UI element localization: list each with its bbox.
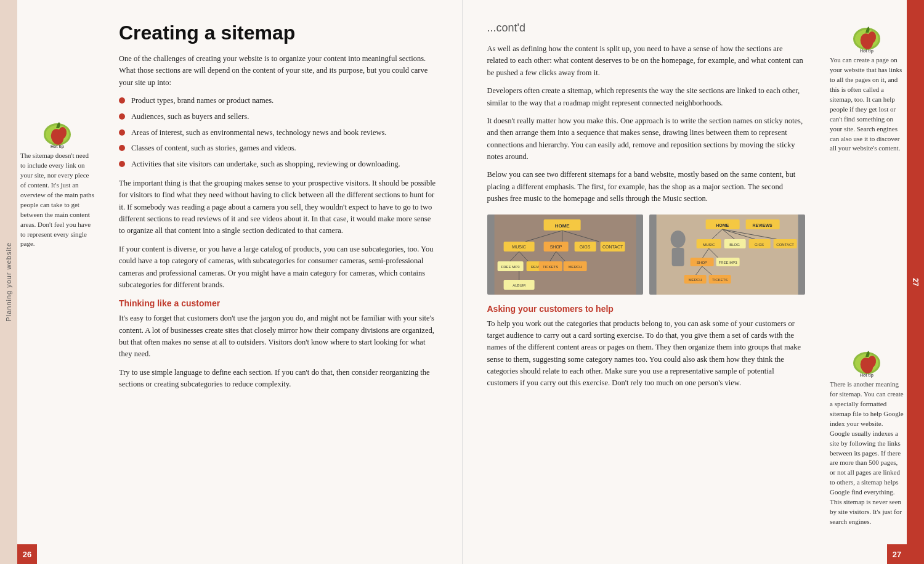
chili-icon-right-bottom: Hot tip [847,340,887,380]
page-number-right: 27 [887,544,907,564]
sitemap-svg-1: HOME MUSIC SHOP GIGS CONTACT [487,215,643,295]
svg-text:GIGS: GIGS [755,243,764,247]
spine-label: Planning your website [5,242,12,322]
right-para-1: As well as defining how the content is s… [487,43,806,79]
bullet-dot [119,145,125,151]
main-content: Hot tip The sitemap doesn't need to incl… [17,0,907,564]
hot-tip-left: Hot tip The sitemap doesn't need to incl… [17,111,97,249]
list-item: Audiences, such as buyers and sellers. [119,111,437,123]
hot-tip-right-top-text: You can create a page on your website th… [827,55,907,153]
right-para-5: To help you work out the categories that… [487,318,806,390]
svg-text:MUSIC: MUSIC [703,243,715,247]
body-para-2: If your content is diverse, or you have … [119,243,437,292]
svg-text:FREE MP3: FREE MP3 [501,265,520,269]
svg-text:SHOP: SHOP [697,261,707,264]
right-page-body: ...cont'd As well as defining how the co… [487,22,806,390]
page-left: Hot tip The sitemap doesn't need to incl… [17,0,463,564]
right-para-2: Developers often create a sitemap, which… [487,85,806,109]
svg-point-47 [670,231,685,248]
bullet-list: Product types, brand names or product na… [119,95,437,170]
intro-paragraph: One of the challenges of creating your w… [119,53,437,89]
list-item: Areas of interest, such as environmental… [119,127,437,139]
hot-tip-right-bottom: Hot tip There is another meaning for sit… [827,340,907,527]
cont-title: ...cont'd [487,22,806,35]
svg-text:ALBUM: ALBUM [513,284,525,287]
asking-heading: Asking your customers to help [487,304,806,314]
svg-text:FREE MP3: FREE MP3 [718,261,737,264]
sitemap-images: HOME MUSIC SHOP GIGS CONTACT [487,215,806,295]
svg-text:SHOP: SHOP [549,245,562,249]
svg-text:MUSIC: MUSIC [512,245,526,249]
right-spine-label: 27 [911,278,920,286]
list-item: Activities that site visitors can undert… [119,158,437,170]
subheading-thinking: Thinking like a customer [119,298,437,308]
body-para-1: The important thing is that the grouping… [119,178,437,237]
bullet-dot [119,113,125,120]
svg-text:HOME: HOME [716,223,729,227]
svg-text:MERCH: MERCH [688,278,702,282]
page-title: Creating a sitemap [119,22,437,44]
svg-text:HOME: HOME [554,223,570,229]
svg-text:MERCH: MERCH [568,265,582,269]
body-para-3: It's easy to forget that customers don't… [119,313,437,361]
bullet-dot [119,97,125,104]
svg-text:CONTACT: CONTACT [776,243,794,247]
left-page-body: Creating a sitemap One of the challenges… [119,22,437,391]
right-para-3: It doesn't really matter how you make th… [487,115,806,163]
svg-text:BLOG: BLOG [729,243,740,247]
hot-tip-right-bottom-text: There is another meaning for sitemap. Yo… [827,380,907,527]
chili-icon-left: Hot tip [38,111,78,151]
svg-text:Hot tip: Hot tip [50,144,63,149]
hot-tip-right-top: Hot tip You can create a page on your we… [827,15,907,153]
sitemap-image-2: HOME REVIEWS MUSIC BLOG GIGS [649,215,805,295]
svg-text:REVIEWS: REVIEWS [752,223,772,227]
left-spine: Planning your website [0,0,17,564]
svg-text:GIGS: GIGS [579,245,590,249]
svg-text:Hot tip: Hot tip [859,49,873,54]
page-number-left: 26 [17,544,37,564]
svg-text:Hot tip: Hot tip [859,373,873,378]
right-para-4: Below you can see two different sitemaps… [487,169,806,205]
sitemap-svg-2: HOME REVIEWS MUSIC BLOG GIGS [649,215,805,295]
hot-tip-left-text: The sitemap doesn't need to include ever… [17,151,97,249]
sitemap-image-1: HOME MUSIC SHOP GIGS CONTACT [487,215,643,295]
right-spine: 27 [907,0,924,564]
bullet-dot [119,129,125,136]
svg-text:TICKETS: TICKETS [542,265,557,269]
svg-text:TICKETS: TICKETS [712,278,727,282]
svg-text:CONTACT: CONTACT [602,245,623,249]
body-para-4: Try to use simple language to define eac… [119,367,437,391]
list-item: Product types, brand names or product na… [119,95,437,107]
chili-icon-right-top: Hot tip [847,15,887,55]
bullet-dot [119,161,125,167]
svg-rect-48 [671,248,684,266]
page-right: Hot tip You can create a page on your we… [463,0,907,564]
list-item: Classes of content, such as stories, gam… [119,142,437,154]
